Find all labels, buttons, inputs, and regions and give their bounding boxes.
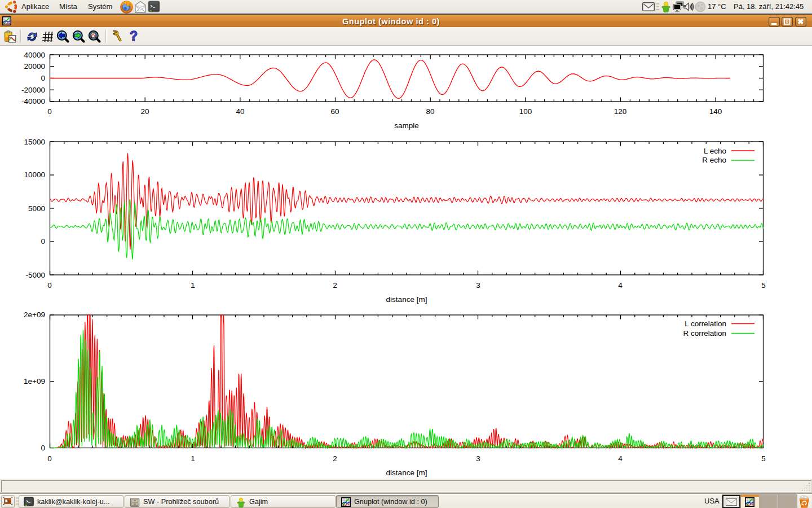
svg-text:80: 80 [426, 107, 434, 116]
svg-text:5: 5 [761, 454, 766, 463]
svg-text:0: 0 [41, 237, 45, 246]
svg-text:140: 140 [709, 107, 722, 116]
svg-text:L echo: L echo [704, 147, 726, 155]
svg-text:100: 100 [519, 107, 532, 116]
svg-text:0: 0 [47, 281, 52, 290]
svg-text:2e+09: 2e+09 [24, 310, 45, 319]
svg-text:1: 1 [191, 454, 195, 463]
svg-text:3: 3 [476, 281, 480, 290]
svg-text:5000: 5000 [28, 204, 45, 213]
svg-text:-5000: -5000 [25, 271, 45, 279]
svg-text:sample: sample [394, 121, 419, 130]
svg-text:2: 2 [333, 281, 337, 290]
svg-text:40000: 40000 [24, 51, 45, 59]
svg-text:-40000: -40000 [21, 97, 45, 106]
svg-text:1e+09: 1e+09 [24, 377, 45, 386]
svg-text:40: 40 [236, 107, 244, 116]
svg-text:distance [m]: distance [m] [386, 295, 427, 304]
svg-text:2: 2 [333, 454, 337, 463]
svg-text:R echo: R echo [702, 156, 726, 164]
svg-text:10000: 10000 [24, 170, 45, 179]
svg-text:4: 4 [618, 281, 623, 290]
svg-text:120: 120 [614, 107, 627, 116]
svg-text:?: ? [130, 29, 138, 43]
svg-text:0: 0 [47, 454, 52, 463]
svg-text:5: 5 [761, 281, 766, 290]
svg-text:R correlation: R correlation [683, 329, 726, 338]
svg-text:60: 60 [330, 107, 339, 116]
svg-text:4: 4 [618, 454, 623, 463]
svg-text:0: 0 [41, 74, 45, 82]
svg-text:1: 1 [191, 281, 195, 290]
svg-text:L correlation: L correlation [685, 319, 726, 328]
svg-text:20000: 20000 [24, 62, 45, 71]
svg-text:0: 0 [47, 107, 52, 116]
svg-text:0: 0 [41, 444, 45, 452]
svg-text:-20000: -20000 [21, 86, 45, 94]
svg-text:15000: 15000 [24, 138, 45, 146]
svg-text:3: 3 [476, 454, 480, 463]
svg-text:distance [m]: distance [m] [386, 468, 427, 477]
svg-text:20: 20 [140, 107, 149, 116]
